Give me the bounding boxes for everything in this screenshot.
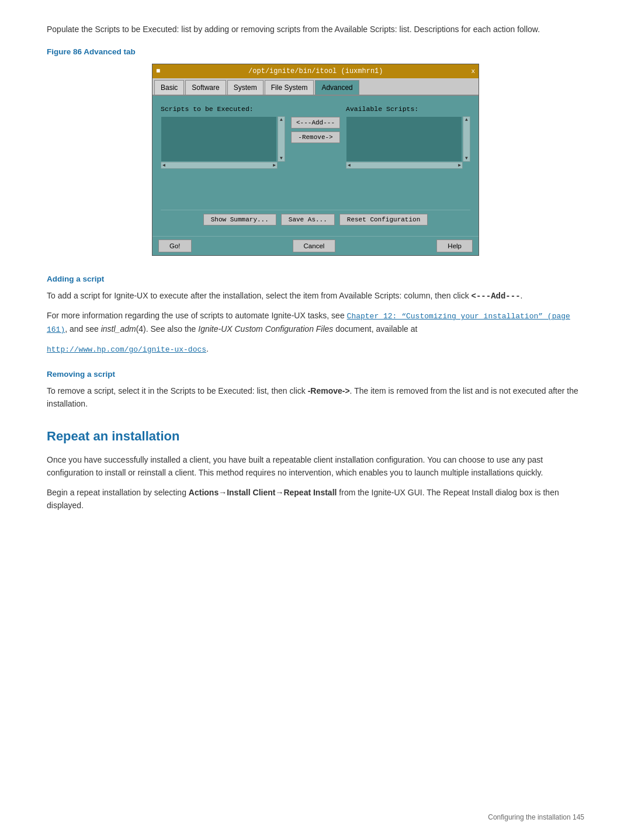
app-footer: Go! Cancel Help (152, 236, 479, 255)
scripts-executed-scrollbar-v[interactable]: ▲ ▼ (278, 116, 285, 162)
tab-software[interactable]: Software (185, 80, 226, 95)
reset-configuration-button[interactable]: Reset Configuration (339, 214, 428, 225)
avail-scroll-up-arrow[interactable]: ▲ (464, 117, 469, 123)
scripts-executed-scrollbar-h[interactable]: ◀ ▶ (161, 162, 278, 169)
tab-bar: Basic Software System File System Advanc… (152, 78, 479, 96)
remove-script-button[interactable]: -Remove-> (291, 131, 340, 143)
page-footer-text: Configuring the installation 145 (488, 813, 584, 821)
scripts-executed-listbox[interactable]: ▲ ▼ ◀ ▶ (161, 116, 285, 169)
removing-script-para: To remove a script, select it in the Scr… (47, 385, 584, 410)
scripts-row: Scripts to be Executed: ▲ ▼ ◀ ▶ <---Add-… (161, 104, 470, 168)
hp-docs-link[interactable]: http://www.hp.com/go/ignite-ux-docs (47, 345, 206, 354)
page-footer: Configuring the installation 145 (488, 812, 584, 822)
adding-para2-prefix: For more information regarding the use o… (47, 311, 347, 320)
app-title: /opt/ignite/bin/itool (iuxmhrn1) (160, 66, 471, 77)
avail-scroll-down-arrow[interactable]: ▼ (464, 155, 469, 161)
tab-filesystem[interactable]: File System (265, 80, 314, 95)
adding-para2-mid: , and see (65, 324, 101, 334)
app-content-area: Scripts to be Executed: ▲ ▼ ◀ ▶ <---Add-… (152, 96, 479, 235)
bottom-buttons-row: Show Summary... Save As... Reset Configu… (161, 210, 470, 230)
repeat-para2: Begin a repeat installation by selecting… (47, 487, 584, 512)
add-button-ref: <---Add--- (471, 291, 521, 301)
adding-script-para1: To add a script for Ignite-UX to execute… (47, 290, 584, 303)
arrow1: → (219, 488, 227, 497)
tab-system[interactable]: System (227, 80, 264, 95)
scripts-executed-label: Scripts to be Executed: (161, 104, 285, 114)
scroll-down-arrow[interactable]: ▼ (279, 155, 283, 161)
app-titlebar: ■ /opt/ignite/bin/itool (iuxmhrn1) x (152, 64, 479, 78)
script-controls: <---Add--- -Remove-> (291, 104, 340, 143)
help-button[interactable]: Help (436, 239, 473, 252)
tab-advanced[interactable]: Advanced (315, 80, 359, 95)
adding-para2-suffix2: document, available at (333, 324, 417, 334)
tab-basic[interactable]: Basic (154, 80, 184, 95)
config-files-ref: Ignite-UX Custom Configuration Files (198, 324, 333, 334)
intro-paragraph: Populate the Scripts to be Executed: lis… (47, 23, 584, 36)
close-button[interactable]: x (471, 67, 475, 77)
hp-url-para: http://www.hp.com/go/ignite-ux-docs. (47, 343, 584, 356)
adding-para1-suffix: . (521, 291, 523, 300)
removing-script-heading: Removing a script (47, 369, 584, 380)
avail-scroll-right-arrow[interactable]: ▶ (457, 163, 462, 168)
available-scripts-panel: Available Scripts: ▲ ▼ ◀ ▶ (346, 104, 470, 168)
available-scripts-scrollbar-h[interactable]: ◀ ▶ (346, 162, 463, 169)
show-summary-button[interactable]: Show Summary... (203, 214, 276, 225)
available-scripts-list-body (346, 116, 462, 162)
available-scripts-scrollbar-v[interactable]: ▲ ▼ (463, 116, 470, 162)
avail-scroll-left-arrow[interactable]: ◀ (346, 163, 352, 168)
repeat-para1: Once you have successfully installed a c… (47, 454, 584, 479)
save-as-button[interactable]: Save As... (281, 214, 335, 225)
repeat-install-ref: Repeat Install (283, 488, 337, 497)
repeat-para2-prefix: Begin a repeat installation by selecting (47, 488, 189, 497)
scripts-executed-panel: Scripts to be Executed: ▲ ▼ ◀ ▶ (161, 104, 285, 168)
add-script-button[interactable]: <---Add--- (291, 117, 340, 129)
repeat-installation-heading: Repeat an installation (47, 426, 584, 446)
scroll-up-arrow[interactable]: ▲ (279, 117, 283, 123)
available-scripts-label: Available Scripts: (346, 104, 470, 114)
removing-para-prefix: To remove a script, select it in the Scr… (47, 386, 308, 395)
install-client-ref: Install Client (227, 488, 275, 497)
adding-script-heading: Adding a script (47, 273, 584, 285)
titlebar-icon: ■ (156, 66, 160, 77)
arrow2: → (275, 488, 283, 497)
instl-adm-ref: instl_adm (101, 324, 136, 334)
scroll-left-arrow[interactable]: ◀ (161, 163, 167, 168)
available-scripts-listbox[interactable]: ▲ ▼ ◀ ▶ (346, 116, 470, 169)
cancel-button[interactable]: Cancel (293, 239, 336, 252)
remove-button-ref: -Remove-> (308, 386, 350, 395)
adding-para1-text: To add a script for Ignite-UX to execute… (47, 291, 471, 300)
scroll-right-arrow[interactable]: ▶ (272, 163, 277, 168)
go-button[interactable]: Go! (158, 239, 192, 252)
adding-para2-suffix: (4). See also the (136, 324, 199, 334)
figure-caption: Figure 86 Advanced tab (47, 46, 584, 58)
url-period: . (206, 344, 209, 353)
scripts-executed-list-body (161, 116, 277, 162)
adding-script-para2: For more information regarding the use o… (47, 310, 584, 335)
actions-ref: Actions (189, 488, 219, 497)
content-spacer (161, 175, 470, 210)
app-window: ■ /opt/ignite/bin/itool (iuxmhrn1) x Bas… (152, 64, 479, 255)
